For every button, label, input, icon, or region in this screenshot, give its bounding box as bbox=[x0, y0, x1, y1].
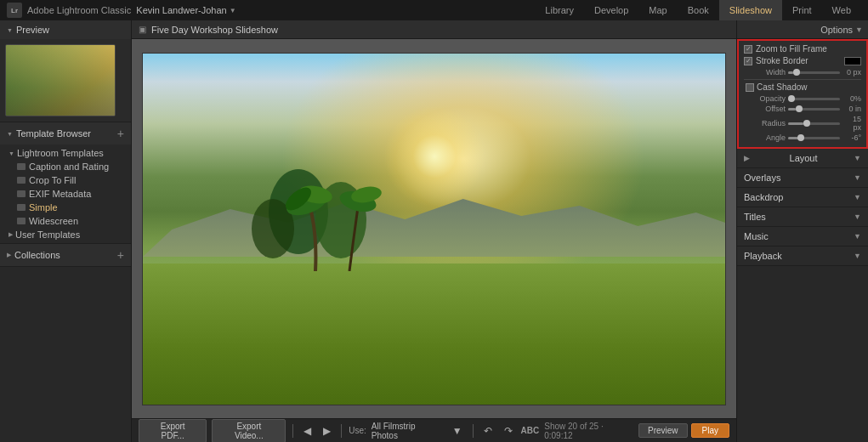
overlays-label: Overlays bbox=[744, 173, 780, 183]
collections-header[interactable]: ▶ Collections + bbox=[0, 244, 131, 266]
template-caption-rating[interactable]: Caption and Rating bbox=[0, 160, 131, 173]
tab-book[interactable]: Book bbox=[678, 0, 719, 20]
layout-section: ▶ Layout ▼ bbox=[737, 149, 868, 168]
lightroom-templates-group[interactable]: ▼ Lightroom Templates bbox=[0, 146, 131, 160]
user-templates-group[interactable]: ▶ User Templates bbox=[0, 228, 131, 241]
template-simple[interactable]: Simple bbox=[0, 201, 131, 214]
film-icon: ▣ bbox=[139, 25, 146, 34]
preview-header[interactable]: ▼ Preview bbox=[0, 20, 131, 39]
preview-header-left: ▼ Preview bbox=[7, 25, 49, 35]
right-panel: Options ▼ Zoom to Fill Frame Stroke Bord… bbox=[736, 20, 868, 442]
template-icon bbox=[17, 190, 26, 197]
use-dropdown-icon[interactable]: ▼ bbox=[449, 423, 466, 439]
slide-grass bbox=[143, 264, 725, 404]
preview-label: Preview bbox=[16, 25, 49, 35]
next-frame-icon[interactable]: ▶ bbox=[320, 423, 334, 439]
offset-slider-track[interactable] bbox=[788, 108, 840, 110]
template-crop-to-fill[interactable]: Crop To Fill bbox=[0, 173, 131, 187]
center-header: ▣ Five Day Workshop Slideshow bbox=[132, 20, 736, 39]
template-icon bbox=[17, 218, 26, 224]
stroke-border-label: Stroke Border bbox=[756, 56, 844, 65]
tab-web[interactable]: Web bbox=[822, 0, 861, 20]
radius-value: 15 px bbox=[842, 115, 861, 132]
titles-label: Titles bbox=[744, 212, 766, 222]
tab-print[interactable]: Print bbox=[782, 0, 822, 20]
lightroom-group-triangle-icon: ▼ bbox=[9, 150, 14, 156]
stroke-border-row: Stroke Border bbox=[744, 56, 861, 65]
template-icon bbox=[17, 204, 26, 211]
preview-overlay bbox=[6, 45, 115, 116]
template-widescreen[interactable]: Widescreen bbox=[0, 214, 131, 228]
zoom-to-fill-row: Zoom to Fill Frame bbox=[744, 44, 861, 54]
bottom-toolbar: Export PDF... Export Video... ◀ ▶ Use: A… bbox=[132, 418, 736, 442]
divider-1 bbox=[744, 79, 861, 80]
zoom-to-fill-checkbox[interactable] bbox=[744, 45, 752, 54]
backdrop-arrow-icon: ▼ bbox=[854, 193, 861, 201]
tab-map[interactable]: Map bbox=[638, 0, 677, 20]
slide-trees-svg bbox=[230, 152, 417, 271]
music-header[interactable]: Music ▼ bbox=[737, 227, 868, 246]
cast-shadow-checkbox[interactable] bbox=[746, 83, 754, 92]
width-slider-track[interactable] bbox=[788, 71, 840, 74]
opacity-label: Opacity bbox=[756, 94, 786, 103]
width-slider-thumb[interactable] bbox=[793, 69, 800, 76]
angle-slider-row: Angle -6° bbox=[744, 133, 861, 142]
tab-develop[interactable]: Develop bbox=[584, 0, 638, 20]
export-pdf-button[interactable]: Export PDF... bbox=[139, 419, 207, 443]
opacity-value: 0% bbox=[842, 94, 861, 103]
template-browser-triangle-icon: ▼ bbox=[7, 131, 13, 137]
preview-triangle-icon: ▼ bbox=[7, 27, 13, 33]
rotate-left-icon[interactable]: ↶ bbox=[480, 423, 496, 439]
app-title: Adobe Lightroom Classic bbox=[27, 5, 131, 15]
radius-label: Radius bbox=[756, 119, 786, 128]
user-name[interactable]: Kevin Landwer-Johan ▼ bbox=[136, 5, 235, 15]
collections-triangle-icon: ▶ bbox=[7, 252, 11, 258]
angle-slider-track[interactable] bbox=[788, 137, 840, 139]
export-video-button[interactable]: Export Video... bbox=[212, 419, 286, 443]
prev-frame-icon[interactable]: ◀ bbox=[300, 423, 315, 439]
collections-section: ▶ Collections + bbox=[0, 244, 131, 267]
offset-slider-thumb[interactable] bbox=[796, 105, 803, 112]
offset-value: 0 in bbox=[842, 105, 861, 113]
template-list: ▼ Lightroom Templates Caption and Rating… bbox=[0, 144, 131, 243]
radius-slider-track[interactable] bbox=[788, 122, 840, 125]
radius-slider-fill bbox=[788, 122, 803, 125]
template-exif-metadata[interactable]: EXIF Metadata bbox=[0, 187, 131, 201]
tab-slideshow[interactable]: Slideshow bbox=[719, 0, 782, 20]
layout-label: Layout bbox=[790, 153, 818, 163]
music-arrow-icon: ▼ bbox=[854, 232, 861, 241]
titles-section: Titles ▼ bbox=[737, 207, 868, 227]
angle-slider-thumb[interactable] bbox=[797, 134, 804, 141]
left-panel: ▼ Preview ▼ Template Browser + bbox=[0, 20, 132, 442]
radius-slider-thumb[interactable] bbox=[803, 120, 810, 127]
playback-header[interactable]: Playback ▼ bbox=[737, 246, 868, 265]
overlays-header[interactable]: Overlays ▼ bbox=[737, 168, 868, 187]
width-slider-value: 0 px bbox=[842, 68, 861, 76]
playback-section: Playback ▼ bbox=[737, 246, 868, 266]
rotate-right-icon[interactable]: ↷ bbox=[501, 423, 516, 439]
backdrop-header[interactable]: Backdrop ▼ bbox=[737, 188, 868, 207]
add-template-button[interactable]: + bbox=[117, 127, 124, 140]
offset-label: Offset bbox=[756, 105, 786, 113]
center-area: ▣ Five Day Workshop Slideshow bbox=[132, 20, 736, 442]
cast-shadow-label: Cast Shadow bbox=[757, 82, 807, 92]
template-browser-header[interactable]: ▼ Template Browser + bbox=[0, 122, 131, 144]
titles-header[interactable]: Titles ▼ bbox=[737, 207, 868, 226]
stroke-border-checkbox[interactable] bbox=[744, 57, 752, 65]
options-inner: Zoom to Fill Frame Stroke Border Width 0… bbox=[739, 41, 866, 147]
add-collection-button[interactable]: + bbox=[117, 248, 124, 262]
opacity-slider-thumb[interactable] bbox=[788, 95, 795, 102]
play-button[interactable]: Play bbox=[691, 423, 729, 438]
tab-library[interactable]: Library bbox=[535, 0, 584, 20]
width-slider-row: Width 0 px bbox=[744, 68, 861, 76]
top-bar: Lr Adobe Lightroom Classic Kevin Landwer… bbox=[0, 0, 868, 20]
use-value: All Filmstrip Photos bbox=[372, 422, 444, 440]
opacity-slider-track[interactable] bbox=[788, 98, 840, 100]
main-layout: ▼ Preview ▼ Template Browser + bbox=[0, 20, 868, 442]
zoom-to-fill-label: Zoom to Fill Frame bbox=[756, 44, 861, 54]
preview-button[interactable]: Preview bbox=[638, 423, 688, 438]
user-templates-triangle-icon: ▶ bbox=[9, 231, 13, 238]
stroke-color-swatch[interactable] bbox=[844, 57, 861, 65]
layout-header[interactable]: ▶ Layout ▼ bbox=[737, 149, 868, 167]
options-label: Options bbox=[820, 25, 853, 35]
